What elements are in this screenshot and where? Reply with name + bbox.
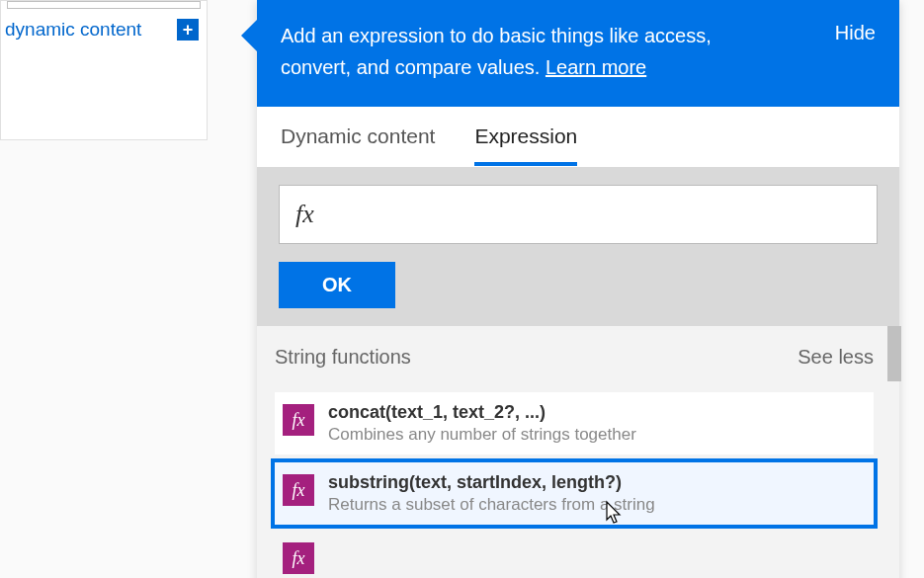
fx-badge-icon: fx — [283, 474, 314, 506]
ok-button[interactable]: OK — [279, 262, 395, 308]
hide-button[interactable]: Hide — [835, 22, 876, 44]
fx-badge-icon: fx — [283, 404, 314, 436]
tab-dynamic-content[interactable]: Dynamic content — [281, 124, 435, 166]
function-text: concat(text_1, text_2?, ...) Combines an… — [328, 402, 866, 445]
scrollbar-thumb[interactable] — [887, 326, 901, 381]
function-description: Returns a subset of characters from a st… — [328, 495, 866, 515]
see-less-link[interactable]: See less — [798, 346, 874, 369]
function-signature: substring(text, startIndex, length?) — [328, 472, 866, 493]
function-text: substring(text, startIndex, length?) Ret… — [328, 472, 866, 515]
functions-section: String functions See less fx concat(text… — [257, 326, 899, 578]
dynamic-content-label: dynamic content — [5, 19, 141, 41]
functions-header: String functions See less — [275, 346, 874, 369]
flyout-header: Add an expression to do basic things lik… — [257, 0, 899, 107]
learn-more-link[interactable]: Learn more — [546, 56, 646, 78]
function-item-partial[interactable]: fx — [275, 533, 874, 574]
fx-icon: fx — [295, 200, 314, 229]
expression-input[interactable]: fx — [279, 185, 878, 244]
fx-badge-icon: fx — [283, 542, 314, 574]
expression-input-section: fx OK — [257, 167, 899, 326]
flyout-arrow-icon — [241, 20, 257, 51]
plus-icon[interactable]: + — [177, 19, 199, 41]
function-item-substring[interactable]: fx substring(text, startIndex, length?) … — [271, 458, 878, 529]
function-signature: concat(text_1, text_2?, ...) — [328, 402, 866, 423]
flyout-header-text: Add an expression to do basic things lik… — [281, 20, 785, 83]
functions-title: String functions — [275, 346, 411, 369]
expression-flyout: Add an expression to do basic things lik… — [257, 0, 899, 578]
left-panel: dynamic content + — [0, 0, 208, 140]
field-box — [7, 1, 201, 9]
dynamic-content-row[interactable]: dynamic content + — [1, 19, 207, 41]
tab-expression[interactable]: Expression — [474, 124, 577, 166]
function-item-concat[interactable]: fx concat(text_1, text_2?, ...) Combines… — [275, 392, 874, 454]
tabs-row: Dynamic content Expression — [257, 107, 899, 167]
function-description: Combines any number of strings together — [328, 425, 866, 445]
header-description: Add an expression to do basic things lik… — [281, 25, 712, 78]
